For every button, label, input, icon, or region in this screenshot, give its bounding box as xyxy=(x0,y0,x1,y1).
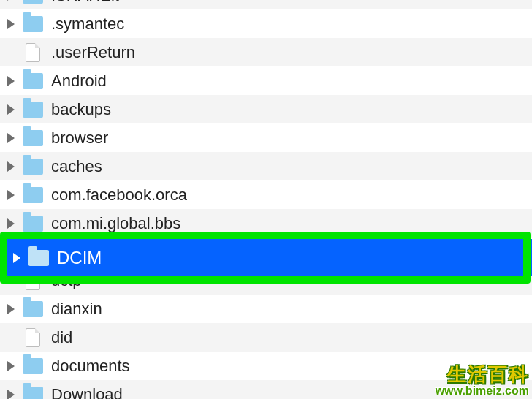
row-label: com.facebook.orca xyxy=(51,186,187,205)
disclosure-triangle-icon[interactable] xyxy=(7,133,15,143)
row-label: .SHAREit xyxy=(51,0,119,5)
row-label: .symantec xyxy=(51,15,124,34)
row-label: .userReturn xyxy=(51,43,135,62)
folder-icon xyxy=(28,249,50,267)
file-row[interactable]: did xyxy=(0,323,532,352)
disclosure-triangle-icon[interactable] xyxy=(7,104,15,115)
folder-icon xyxy=(22,386,44,400)
row-label: com.mi.global.bbs xyxy=(51,214,180,233)
disclosure-triangle-icon[interactable] xyxy=(7,19,15,29)
watermark-url: www.bimeiz.com xyxy=(436,384,529,398)
file-row[interactable]: Android xyxy=(0,66,532,95)
folder-icon xyxy=(22,186,44,204)
file-row[interactable]: backups xyxy=(0,95,532,123)
file-row[interactable]: .symantec xyxy=(0,10,532,38)
file-row[interactable]: .userReturn xyxy=(0,38,532,66)
disclosure-triangle-icon[interactable] xyxy=(7,190,15,200)
file-icon xyxy=(22,44,44,61)
disclosure-triangle-icon[interactable] xyxy=(7,390,15,400)
disclosure-triangle-icon[interactable] xyxy=(13,253,20,263)
row-label: documents xyxy=(51,357,130,376)
disclosure-triangle-icon[interactable] xyxy=(7,0,15,1)
row-label: Android xyxy=(51,72,107,91)
folder-icon xyxy=(22,129,44,147)
row-label: backups xyxy=(51,100,111,119)
row-label: DCIM xyxy=(57,248,102,268)
folder-icon xyxy=(22,101,44,118)
disclosure-triangle-icon[interactable] xyxy=(7,304,15,314)
file-row[interactable]: com.facebook.orca xyxy=(0,180,532,209)
row-label: Download xyxy=(51,385,123,400)
folder-icon xyxy=(22,0,44,4)
watermark: 生活百科 www.bimeiz.com xyxy=(436,362,529,398)
disclosure-triangle-icon[interactable] xyxy=(7,76,15,86)
row-label: caches xyxy=(51,157,102,176)
disclosure-triangle-icon[interactable] xyxy=(7,218,15,229)
folder-icon xyxy=(22,158,44,175)
file-icon xyxy=(22,329,44,346)
folder-icon xyxy=(22,300,44,318)
file-row-selected[interactable]: DCIM xyxy=(7,239,532,276)
file-row[interactable]: caches xyxy=(0,152,532,180)
folder-icon xyxy=(22,215,44,232)
file-row[interactable]: .SHAREit xyxy=(0,0,532,10)
disclosure-triangle-icon[interactable] xyxy=(7,162,15,172)
disclosure-triangle-icon[interactable] xyxy=(7,361,15,371)
row-label: dianxin xyxy=(51,300,102,319)
folder-icon xyxy=(22,357,44,375)
file-row[interactable]: dianxin xyxy=(0,294,532,323)
folder-icon xyxy=(22,72,44,90)
row-label: browser xyxy=(51,129,108,148)
file-row[interactable]: com.mi.global.bbs xyxy=(0,209,532,238)
watermark-title: 生活百科 xyxy=(436,362,529,387)
file-row[interactable]: browser xyxy=(0,123,532,152)
row-label: did xyxy=(51,328,72,347)
folder-icon xyxy=(22,15,44,33)
